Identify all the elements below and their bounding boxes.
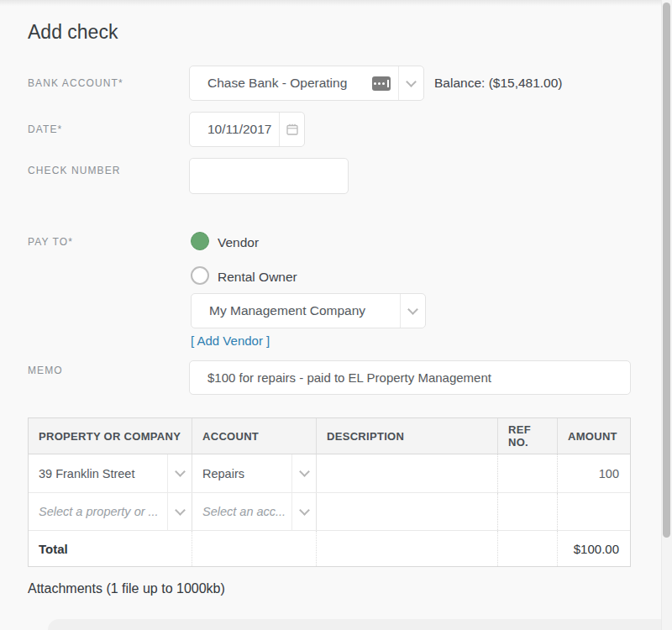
total-description-spacer: [317, 531, 498, 566]
header-description: DESCRIPTION: [317, 418, 498, 454]
line-items-table: PROPERTY OR COMPANY ACCOUNT DESCRIPTION …: [28, 417, 631, 567]
attachments-label: Attachments (1 file up to 1000kb): [28, 581, 225, 596]
table-row: Select a property or ... Select an acc..…: [29, 493, 630, 531]
total-ref-spacer: [498, 531, 558, 566]
memo-label: MEMO: [28, 365, 63, 376]
check-micr-icon: [372, 76, 391, 91]
chevron-down-icon: [175, 466, 186, 477]
radio-vendor[interactable]: [191, 232, 209, 250]
radio-vendor-label[interactable]: Vendor: [218, 235, 259, 250]
row2-description-cell[interactable]: [317, 493, 498, 530]
chevron-down-icon: [407, 304, 418, 315]
total-amount: $100.00: [558, 531, 630, 566]
date-picker-button[interactable]: [279, 113, 304, 146]
row1-amount-cell[interactable]: 100: [558, 454, 630, 492]
row2-account-placeholder: Select an acc...: [192, 493, 291, 530]
chevron-down-icon: [299, 505, 310, 516]
row2-account-dropdown-segment[interactable]: [291, 493, 316, 530]
header-account: ACCOUNT: [192, 418, 317, 454]
header-property-or-company: PROPERTY OR COMPANY: [29, 418, 192, 454]
row2-property-dropdown-segment[interactable]: [167, 493, 192, 530]
row2-ref-no-cell[interactable]: [498, 493, 558, 530]
add-vendor-link[interactable]: [ Add Vendor ]: [191, 333, 270, 348]
attachments-dropzone[interactable]: [48, 619, 661, 630]
add-check-page: { "page": { "title": "Add check" }, "for…: [0, 0, 672, 630]
row1-ref-no-cell[interactable]: [498, 454, 558, 492]
top-edge-shadow: [0, 0, 661, 6]
payee-company-value: My Management Company: [192, 303, 400, 318]
radio-rental-owner-label[interactable]: Rental Owner: [218, 270, 297, 285]
row2-account-select[interactable]: Select an acc...: [192, 493, 317, 530]
total-label: Total: [29, 531, 192, 566]
payee-company-select[interactable]: My Management Company: [191, 293, 426, 328]
table-row: 39 Franklin Street Repairs 100: [29, 454, 630, 493]
date-input[interactable]: 10/11/2017: [189, 112, 305, 147]
row1-property-select[interactable]: 39 Franklin Street: [29, 454, 192, 492]
header-ref-no: REF NO.: [498, 418, 558, 454]
bank-account-dropdown-segment[interactable]: [398, 66, 423, 100]
balance-text: Balance: ($15,481.00): [434, 66, 563, 101]
row2-property-select[interactable]: Select a property or ...: [29, 493, 192, 530]
page-title: Add check: [28, 21, 118, 44]
table-total-row: Total $100.00: [29, 531, 630, 566]
table-header-row: PROPERTY OR COMPANY ACCOUNT DESCRIPTION …: [29, 418, 630, 454]
check-number-input[interactable]: [189, 158, 349, 194]
row1-account-select[interactable]: Repairs: [192, 454, 317, 492]
scrollbar-track[interactable]: [661, 0, 672, 630]
payee-company-dropdown-segment[interactable]: [400, 294, 425, 328]
row1-account-value: Repairs: [192, 454, 291, 492]
row1-account-dropdown-segment[interactable]: [291, 454, 316, 492]
row2-amount-cell[interactable]: [558, 493, 630, 530]
row2-property-placeholder: Select a property or ...: [29, 493, 167, 530]
chevron-down-icon: [175, 505, 186, 516]
date-label: DATE*: [28, 123, 62, 135]
memo-input[interactable]: $100 for repairs - paid to EL Property M…: [189, 360, 631, 395]
chevron-down-icon: [299, 466, 310, 477]
row1-property-dropdown-segment[interactable]: [167, 454, 192, 492]
radio-rental-owner[interactable]: [191, 266, 209, 285]
calendar-icon: [286, 123, 299, 136]
header-amount: AMOUNT: [558, 418, 630, 454]
bank-account-value: Chase Bank - Operating: [190, 76, 372, 91]
bank-account-label: BANK ACCOUNT*: [28, 77, 123, 89]
row1-description-cell[interactable]: [317, 454, 498, 492]
row1-property-value: 39 Franklin Street: [29, 454, 167, 492]
total-account-spacer: [192, 531, 317, 566]
pay-to-label: PAY TO*: [28, 236, 73, 248]
chevron-down-icon: [406, 76, 417, 87]
bank-account-select[interactable]: Chase Bank - Operating: [189, 66, 424, 101]
scrollbar-thumb[interactable]: [663, 3, 670, 538]
date-value: 10/11/2017: [190, 122, 279, 137]
memo-value: $100 for repairs - paid to EL Property M…: [190, 370, 630, 385]
check-number-label: CHECK NUMBER: [28, 165, 121, 176]
